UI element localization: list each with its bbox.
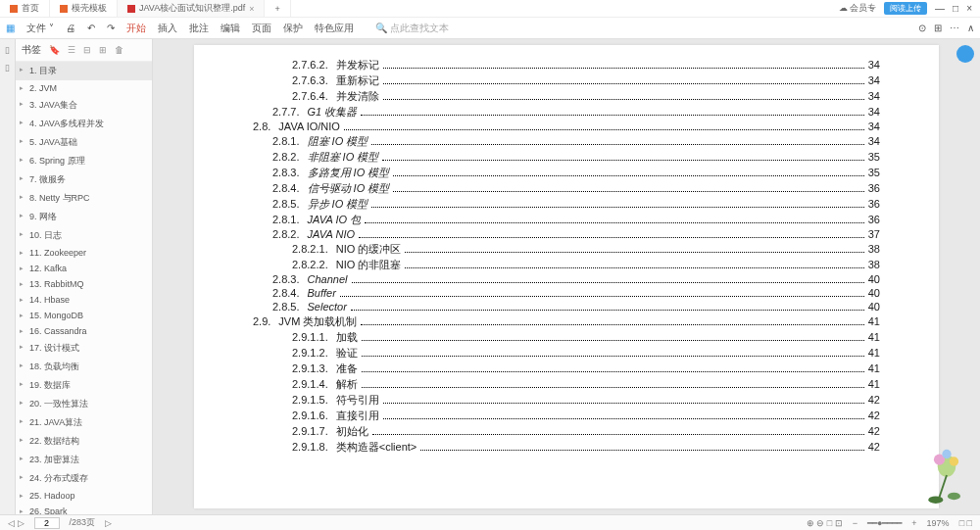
side-tab-icon[interactable]: ▯ <box>5 45 10 55</box>
expand-icon[interactable]: ⊞ <box>99 45 107 55</box>
menu-file[interactable]: 文件 ˅ <box>26 22 54 35</box>
toolbar-icon[interactable]: ⊞ <box>934 23 942 33</box>
minimize-icon[interactable]: — <box>935 3 945 14</box>
bookmark-icon[interactable]: 🔖 <box>49 45 60 55</box>
menu-start[interactable]: 开始 <box>126 22 146 35</box>
toc-entry[interactable]: 2.7.6.3.重新标记34 <box>253 73 880 88</box>
sidebar-item[interactable]: 19. 数据库 <box>16 376 152 395</box>
toc-leader <box>351 310 864 311</box>
toc-page-number: 42 <box>868 441 880 453</box>
toc-entry[interactable]: 2.8.3.Channel40 <box>253 273 880 286</box>
sidebar-item[interactable]: 9. 网络 <box>16 208 152 226</box>
toc-entry[interactable]: 2.8.2.2.NIO 的非阻塞38 <box>253 258 880 272</box>
toc-entry[interactable]: 2.8.2.非阻塞 IO 模型35 <box>253 150 880 165</box>
toc-entry[interactable]: 2.9.1.3.准备41 <box>253 361 880 376</box>
tab-add[interactable]: + <box>265 0 290 17</box>
sidebar-item[interactable]: 26. Spark <box>16 504 152 514</box>
toc-entry[interactable]: 2.7.7.G1 收集器34 <box>253 105 880 120</box>
sidebar-item[interactable]: 20. 一致性算法 <box>16 395 152 413</box>
sidebar-item[interactable]: 13. RabbitMQ <box>16 276 152 292</box>
sidebar-item[interactable]: 16. Cassandra <box>16 323 152 339</box>
toc-entry[interactable]: 2.8.1.JAVA IO 包36 <box>253 213 880 227</box>
nav-icons[interactable]: ◁ ▷ <box>8 518 24 528</box>
toolbar-icon[interactable]: ⋯ <box>950 23 959 33</box>
collapse-icon[interactable]: ⊟ <box>83 45 91 55</box>
maximize-icon[interactable]: □ <box>953 3 958 14</box>
list-icon[interactable]: ☰ <box>68 45 75 55</box>
sidebar-item[interactable]: 18. 负载均衡 <box>16 358 152 376</box>
sidebar-item[interactable]: 3. JAVA集合 <box>16 96 152 115</box>
tab-home[interactable]: 首页 <box>0 0 50 17</box>
tab-document[interactable]: JAVA核心面试知识整理.pdf× <box>118 0 265 17</box>
menu-icon[interactable]: 🖨 <box>66 23 75 33</box>
menu-icon[interactable]: ↷ <box>107 23 115 33</box>
menu-annotate[interactable]: 批注 <box>189 22 209 35</box>
toc-entry[interactable]: 2.9.1.1.加载41 <box>253 330 880 345</box>
toolbar-icon[interactable]: ⊙ <box>918 23 926 33</box>
menu-icon[interactable]: ↶ <box>87 23 95 33</box>
cloud-icon[interactable]: ☁ 会员专 <box>839 2 877 15</box>
sidebar-item[interactable]: 10. 日志 <box>16 226 152 245</box>
toolbar-icon[interactable]: ∧ <box>967 23 974 33</box>
nav-next-icon[interactable]: ▷ <box>105 518 112 528</box>
sidebar-item[interactable]: 14. Hbase <box>16 292 152 308</box>
menu-insert[interactable]: 插入 <box>158 22 177 35</box>
sidebar-item[interactable]: 12. Kafka <box>16 261 152 276</box>
sidebar-item[interactable]: 21. JAVA算法 <box>16 413 152 432</box>
sidebar-item[interactable]: 15. MongoDB <box>16 308 152 323</box>
side-tab-icon[interactable]: ▯ <box>5 63 10 72</box>
fit-icons[interactable]: □ □ <box>959 518 972 528</box>
toc-entry[interactable]: 2.9.1.4.解析41 <box>253 377 880 392</box>
toc-title: JVM 类加载机制 <box>278 314 357 329</box>
menu-page[interactable]: 页面 <box>252 22 271 35</box>
view-icons[interactable]: ⊕ ⊖ □ ⊡ <box>807 518 843 528</box>
sidebar-item[interactable]: 24. 分布式缓存 <box>16 469 152 488</box>
toc-entry[interactable]: 2.9.JVM 类加载机制41 <box>253 314 880 329</box>
toc-entry[interactable]: 2.9.1.6.直接引用42 <box>253 409 880 423</box>
toc-entry[interactable]: 2.7.6.2.并发标记34 <box>253 58 880 72</box>
page-input[interactable] <box>34 517 60 529</box>
sidebar-item[interactable]: 2. JVM <box>16 80 152 96</box>
zoom-slider[interactable]: ━━●━━━━ <box>867 518 902 528</box>
sidebar-item[interactable]: 6. Spring 原理 <box>16 152 152 170</box>
sidebar-item[interactable]: 17. 设计模式 <box>16 339 152 358</box>
menu-app-icon[interactable]: ▦ <box>6 23 15 33</box>
toc-entry[interactable]: 2.8.2.JAVA NIO37 <box>253 228 880 241</box>
toc-entry[interactable]: 2.8.5.Selector40 <box>253 301 880 313</box>
menu-feature[interactable]: 特色应用 <box>315 22 354 35</box>
sidebar-item[interactable]: 7. 微服务 <box>16 170 152 189</box>
toc-leader <box>383 83 864 84</box>
delete-icon[interactable]: 🗑 <box>115 45 123 55</box>
document-viewport[interactable]: 2.7.6.2.并发标记342.7.6.3.重新标记342.7.6.4.并发清除… <box>153 39 980 514</box>
sidebar-item[interactable]: 22. 数据结构 <box>16 432 152 451</box>
menu-protect[interactable]: 保护 <box>283 22 303 35</box>
sidebar-item[interactable]: 4. JAVA多线程并发 <box>16 115 152 133</box>
zoom-out-icon[interactable]: − <box>853 518 858 528</box>
sidebar-item[interactable]: 11. Zookeeper <box>16 245 152 261</box>
toc-entry[interactable]: 2.9.1.7.初始化42 <box>253 424 880 439</box>
sidebar-item[interactable]: 25. Hadoop <box>16 488 152 504</box>
search-input[interactable]: 🔍 点此查找文本 <box>375 22 449 35</box>
sidebar-item[interactable]: 8. Netty 与RPC <box>16 189 152 208</box>
toc-entry[interactable]: 2.8.1.阻塞 IO 模型34 <box>253 134 880 149</box>
toc-entry[interactable]: 2.9.1.8.类构造器<client>42 <box>253 440 880 455</box>
toc-entry[interactable]: 2.7.6.4.并发清除34 <box>253 89 880 104</box>
toc-entry[interactable]: 2.8.2.1.NIO 的缓冲区38 <box>253 242 880 257</box>
sidebar-item[interactable]: 5. JAVA基础 <box>16 133 152 152</box>
toc-entry[interactable]: 2.8.4.Buffer40 <box>253 287 880 300</box>
zoom-in-icon[interactable]: + <box>911 518 916 528</box>
sidebar-item[interactable]: 1. 目录 <box>16 62 152 80</box>
toc-entry[interactable]: 2.9.1.2.验证41 <box>253 346 880 361</box>
close-icon[interactable]: × <box>966 3 972 14</box>
toc-entry[interactable]: 2.8.4.信号驱动 IO 模型36 <box>253 181 880 196</box>
toc-entry[interactable]: 2.8.3.多路复用 IO 模型35 <box>253 166 880 180</box>
toc-entry[interactable]: 2.8.JAVA IO/NIO34 <box>253 120 880 133</box>
assistant-icon[interactable] <box>956 45 974 63</box>
upload-button[interactable]: 阅读上传 <box>884 2 927 15</box>
toc-entry[interactable]: 2.9.1.5.符号引用42 <box>253 393 880 408</box>
menu-edit[interactable]: 编辑 <box>220 22 240 35</box>
sidebar-item[interactable]: 23. 加密算法 <box>16 451 152 469</box>
toc-entry[interactable]: 2.8.5.异步 IO 模型36 <box>253 197 880 212</box>
close-icon[interactable]: × <box>249 4 254 14</box>
tab-template[interactable]: 模壳模板 <box>50 0 118 17</box>
